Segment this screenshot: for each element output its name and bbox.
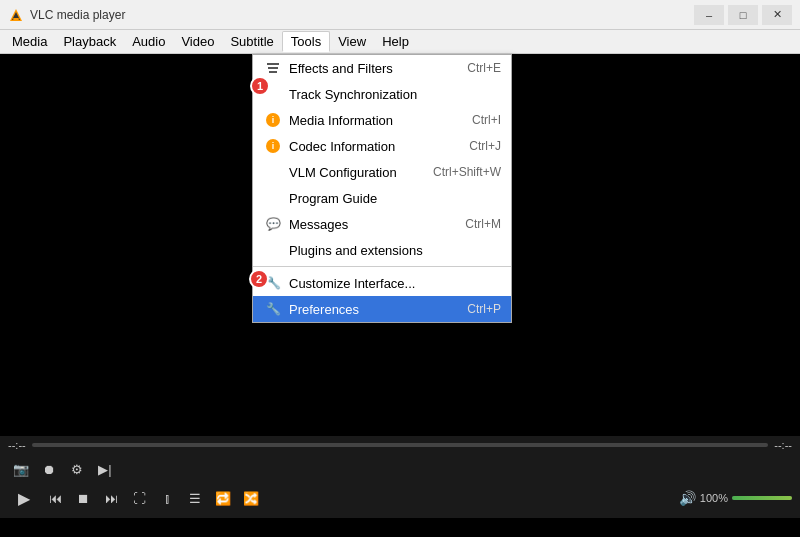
vlm-icon <box>263 164 283 180</box>
time-remaining: --:-- <box>774 439 792 451</box>
menu-item-messages[interactable]: 💬 Messages Ctrl+M <box>253 211 511 237</box>
menu-help[interactable]: Help <box>374 32 417 51</box>
customize-label: Customize Interface... <box>289 276 491 291</box>
extended-settings-button[interactable]: ⫿ <box>154 487 180 509</box>
step-1-indicator: 1 <box>250 76 270 96</box>
menu-separator <box>253 266 511 267</box>
menu-tools[interactable]: Tools <box>282 31 330 52</box>
repeat-button[interactable]: 🔁 <box>210 487 236 509</box>
effects-shortcut: Ctrl+E <box>467 61 501 75</box>
maximize-button[interactable]: □ <box>728 5 758 25</box>
preferences-shortcut: Ctrl+P <box>467 302 501 316</box>
next-button[interactable]: ⏭ <box>98 487 124 509</box>
menu-audio[interactable]: Audio <box>124 32 173 51</box>
vlm-label: VLM Configuration <box>289 165 423 180</box>
menubar: Media Playback Audio Video Subtitle Tool… <box>0 30 800 54</box>
vlm-shortcut: Ctrl+Shift+W <box>433 165 501 179</box>
menu-subtitle[interactable]: Subtitle <box>222 32 281 51</box>
media-info-icon: i <box>263 112 283 128</box>
menu-item-plugins[interactable]: Plugins and extensions <box>253 237 511 263</box>
program-guide-label: Program Guide <box>289 191 491 206</box>
controls-area: 📷 ⏺ ⚙ ▶| ▶ ⏮ ⏹ ⏭ ⛶ ⫿ ☰ 🔁 🔀 🔊 100% <box>0 454 800 518</box>
window-controls: – □ ✕ <box>694 5 792 25</box>
step-2-indicator: 2 <box>249 269 269 289</box>
controls-row-bottom: ▶ ⏮ ⏹ ⏭ ⛶ ⫿ ☰ 🔁 🔀 🔊 100% <box>8 484 792 512</box>
menu-playback[interactable]: Playback <box>55 32 124 51</box>
titlebar: VLC media player – □ ✕ <box>0 0 800 30</box>
volume-label: 100% <box>700 492 728 504</box>
menu-item-media-info[interactable]: i Media Information Ctrl+I <box>253 107 511 133</box>
menu-item-track-sync[interactable]: Track Synchronization <box>253 81 511 107</box>
close-button[interactable]: ✕ <box>762 5 792 25</box>
menu-item-preferences[interactable]: 🔧 Preferences Ctrl+P <box>253 296 511 322</box>
plugins-icon <box>263 242 283 258</box>
media-info-label: Media Information <box>289 113 462 128</box>
shuffle-button[interactable]: 🔀 <box>238 487 264 509</box>
program-guide-icon <box>263 190 283 206</box>
volume-icon: 🔊 <box>679 490 696 506</box>
prev-button[interactable]: ⏮ <box>42 487 68 509</box>
menu-item-codec-info[interactable]: i Codec Information Ctrl+J <box>253 133 511 159</box>
minimize-button[interactable]: – <box>694 5 724 25</box>
progress-area: --:-- --:-- <box>0 436 800 454</box>
volume-area: 🔊 100% <box>679 490 792 506</box>
playlist-button[interactable]: ☰ <box>182 487 208 509</box>
menu-item-program-guide[interactable]: Program Guide <box>253 185 511 211</box>
controls-row-top: 📷 ⏺ ⚙ ▶| <box>8 458 792 480</box>
menu-media[interactable]: Media <box>4 32 55 51</box>
messages-icon: 💬 <box>263 216 283 232</box>
preferences-label: Preferences <box>289 302 457 317</box>
snapshot-button[interactable]: 📷 <box>8 458 34 480</box>
codec-info-icon: i <box>263 138 283 154</box>
menu-item-customize[interactable]: 🔧 Customize Interface... <box>253 270 511 296</box>
messages-shortcut: Ctrl+M <box>465 217 501 231</box>
frame-by-frame-button[interactable]: ▶| <box>92 458 118 480</box>
vlc-title-icon <box>8 7 24 23</box>
progress-track[interactable] <box>32 443 769 447</box>
messages-label: Messages <box>289 217 455 232</box>
volume-slider[interactable] <box>732 496 792 500</box>
codec-info-label: Codec Information <box>289 139 459 154</box>
menu-item-effects[interactable]: Effects and Filters Ctrl+E <box>253 55 511 81</box>
effects-label: Effects and Filters <box>289 61 457 76</box>
time-elapsed: --:-- <box>8 439 26 451</box>
show-extended-button[interactable]: ⚙ <box>64 458 90 480</box>
preferences-icon: 🔧 <box>263 301 283 317</box>
svg-rect-2 <box>13 18 19 20</box>
tools-dropdown-menu: Effects and Filters Ctrl+E Track Synchro… <box>252 54 512 323</box>
menu-item-vlm[interactable]: VLM Configuration Ctrl+Shift+W <box>253 159 511 185</box>
menu-video[interactable]: Video <box>173 32 222 51</box>
plugins-label: Plugins and extensions <box>289 243 491 258</box>
effects-icon <box>263 60 283 76</box>
record-button[interactable]: ⏺ <box>36 458 62 480</box>
stop-button[interactable]: ⏹ <box>70 487 96 509</box>
window-title: VLC media player <box>30 8 694 22</box>
menu-view[interactable]: View <box>330 32 374 51</box>
volume-fill <box>732 496 792 500</box>
media-info-shortcut: Ctrl+I <box>472 113 501 127</box>
fullscreen-button[interactable]: ⛶ <box>126 487 152 509</box>
play-button[interactable]: ▶ <box>8 484 40 512</box>
codec-info-shortcut: Ctrl+J <box>469 139 501 153</box>
track-sync-label: Track Synchronization <box>289 87 491 102</box>
